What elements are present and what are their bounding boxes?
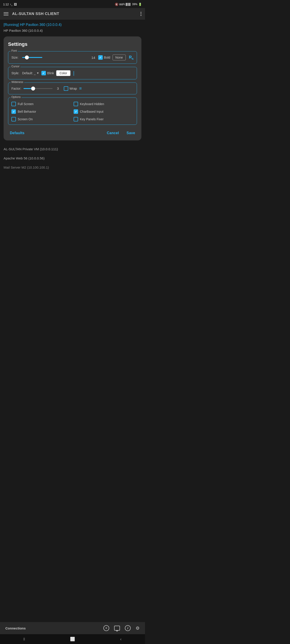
bold-checkbox[interactable] [98,55,103,60]
option-checkbox-4[interactable] [12,117,16,122]
option-checkbox-0[interactable] [12,102,16,106]
bold-checkbox-wrap: Bold [98,55,110,60]
battery-percent: 39% [132,3,137,6]
blink-label: Blink [47,71,54,75]
option-label-4: Screen On [18,118,33,121]
dialog-actions: Defaults Cancel Save [8,128,137,136]
wideness-slider[interactable] [24,86,53,90]
status-right: 🔇 WiFi ▌▌▌ 39% 🔋 [115,3,142,6]
option-label-2: Bell Behavior [18,110,36,113]
wideness-factor-value: 3 [57,86,62,90]
option-item: Keyboard Hidden [74,102,134,106]
dropdown-arrow-icon: ▼ [37,72,39,75]
font-size-label: Size: [12,56,20,59]
font-size-slider[interactable] [22,56,87,60]
wrap-checkbox-wrap: Wrap [64,86,77,91]
options-grid: Full ScreenKeyboard HiddenBell BehaviorC… [12,102,134,122]
terminal-icon: ›_ [10,3,13,6]
font-none-button[interactable]: None [113,54,126,60]
wideness-section: Wideness Factor: 3 Wrap ≡ [8,82,137,94]
cursor-section: Cursor Style: Default: _ ▼ Blink Color | [8,67,137,80]
option-item: Bell Behavior [12,109,71,114]
list-item[interactable]: Mail Server M2 (10.100.100.1) [4,163,141,172]
image-icon: 🖼 [14,3,17,6]
options-section-label: Options [11,96,22,98]
option-checkbox-1[interactable] [74,102,78,106]
option-item: Full Screen [12,102,71,106]
option-checkbox-2[interactable] [12,109,16,114]
blink-checkbox[interactable] [41,71,46,75]
wrap-label: Wrap [70,87,77,90]
cursor-section-label: Cursor [11,65,20,68]
wrap-icon: ≡ [79,86,82,91]
list-item[interactable]: AL-SULTAN Private VM (10.0.0.111) [4,144,141,154]
settings-dialog: Settings Font Size: 14 Bold None RA [4,36,141,140]
font-section-label: Font [11,49,18,52]
wideness-row: Factor: 3 Wrap ≡ [12,86,134,91]
font-size-value: 14 [92,56,96,60]
wideness-section-label: Wideness [11,80,24,84]
wifi-icon: WiFi [119,3,125,6]
main-content: [Running] HP Pavilion 360 (10.0.0.4) HP … [0,20,145,175]
status-bar: 1:12 ›_ 🖼 🔇 WiFi ▌▌▌ 39% 🔋 [0,0,145,8]
cursor-row: Style: Default: _ ▼ Blink Color | [12,70,134,76]
option-checkbox-3[interactable] [74,109,78,114]
font-icon: RA [129,55,134,60]
color-button[interactable]: Color [56,70,70,76]
cancel-button[interactable]: Cancel [105,130,121,136]
cursor-style-value: Default: _ [22,71,36,75]
app-bar: AL-SULTAN SSH CLIENT [0,8,145,20]
option-label-3: CharBased Input [80,110,103,113]
app-title: AL-SULTAN SSH CLIENT [12,12,141,16]
signal-icon: ▌▌▌ [126,3,131,6]
font-section: Font Size: 14 Bold None RA [8,51,137,64]
settings-title: Settings [8,41,137,47]
running-session-label[interactable]: [Running] HP Pavilion 360 (10.0.0.4) [4,23,141,27]
cursor-style-label: Style: [12,71,20,75]
options-section: Options Full ScreenKeyboard HiddenBell B… [8,98,137,125]
wrap-checkbox[interactable] [64,86,68,91]
defaults-button[interactable]: Defaults [8,130,27,136]
option-label-5: Key Panels Fixer [80,118,104,121]
option-item: Screen On [12,117,71,122]
mute-icon: 🔇 [115,3,118,6]
status-left: 1:12 ›_ 🖼 [3,3,17,6]
blink-checkbox-wrap: Blink [41,71,54,75]
more-button[interactable] [141,12,141,16]
font-row: Size: 14 Bold None RA [12,54,134,60]
cursor-style-dropdown[interactable]: Default: _ ▼ [22,71,39,75]
cursor-bar-icon: | [73,70,75,76]
session-list: AL-SULTAN Private VM (10.0.0.111) Apache… [4,144,141,172]
list-item[interactable]: Apache Web 56 (10.0.0.56) [4,154,141,163]
option-label-1: Keyboard Hidden [80,102,104,106]
status-time: 1:12 [3,3,9,6]
option-checkbox-5[interactable] [74,117,78,122]
menu-button[interactable] [4,12,9,16]
save-button[interactable]: Save [125,130,137,136]
option-item: CharBased Input [74,109,134,114]
dialog-actions-right: Cancel Save [105,130,137,136]
option-item: Key Panels Fixer [74,117,134,122]
session-name: HP Pavilion 360 (10.0.0.4) [4,28,141,32]
option-label-0: Full Screen [18,102,34,106]
wideness-factor-label: Factor: [12,87,21,90]
battery-icon: 🔋 [138,3,142,6]
bold-label: Bold [104,56,110,59]
